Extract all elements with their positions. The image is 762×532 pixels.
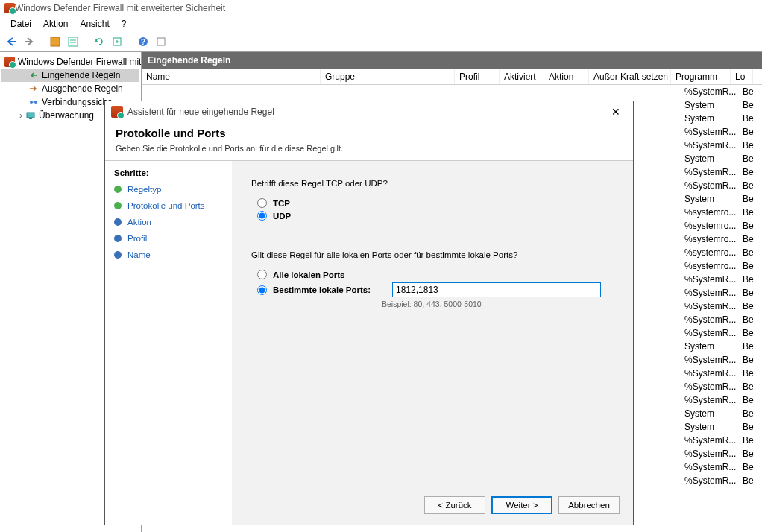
content-header: Eingehende Regeln	[142, 52, 762, 69]
table-row[interactable]: %SystemR...Be	[680, 313, 762, 326]
cell-programm: %SystemR...	[680, 355, 740, 365]
col-programm[interactable]: Programm	[671, 69, 731, 84]
cell-lo: Be	[740, 221, 762, 231]
svg-rect-14	[29, 118, 32, 119]
refresh-icon[interactable]	[91, 34, 107, 50]
table-row[interactable]: %SystemR...Be	[680, 300, 762, 313]
table-row[interactable]: %SystemR...Be	[680, 179, 762, 192]
cell-programm: System	[680, 153, 740, 164]
table-row[interactable]: %SystemR...Be	[680, 447, 762, 460]
table-row[interactable]: SystemBe	[680, 340, 762, 353]
menu-aktion[interactable]: Aktion	[37, 17, 74, 31]
table-row[interactable]: SystemBe	[680, 112, 762, 125]
label-allports: Alle lokalen Ports	[273, 270, 345, 279]
cell-programm: System	[680, 194, 740, 204]
col-name[interactable]: Name	[142, 69, 321, 84]
radio-udp[interactable]	[257, 211, 267, 221]
help-icon[interactable]: ?	[135, 34, 151, 50]
table-row[interactable]: %systemro...Be	[680, 246, 762, 259]
cell-lo: Be	[740, 435, 762, 446]
export-icon[interactable]	[109, 34, 125, 50]
cell-lo: Be	[740, 127, 762, 137]
tree-root[interactable]: Windows Defender Firewall mit	[1, 55, 139, 69]
radio-specports[interactable]	[257, 285, 267, 295]
table-row[interactable]: %systemro...Be	[680, 232, 762, 246]
close-button[interactable]: ✕	[605, 106, 627, 118]
connsec-icon	[28, 97, 39, 107]
col-profil[interactable]: Profil	[455, 69, 500, 84]
cell-programm: %SystemR...	[680, 314, 740, 325]
table-row[interactable]: %SystemR...Be	[680, 474, 762, 487]
step-regeltyp[interactable]: Regeltyp	[114, 185, 223, 194]
table-row[interactable]: %SystemR...Be	[680, 273, 762, 286]
back-button[interactable]	[3, 34, 19, 50]
table-row[interactable]: %SystemR...Be	[680, 393, 762, 407]
table-row[interactable]: %SystemR...Be	[680, 139, 762, 152]
tree-outbound[interactable]: Ausgehende Regeln	[1, 82, 139, 95]
table-row[interactable]: SystemBe	[680, 98, 762, 112]
table-row[interactable]: SystemBe	[680, 192, 762, 206]
col-ausser[interactable]: Außer Kraft setzen	[589, 69, 671, 84]
ports-input[interactable]	[392, 282, 601, 297]
cell-lo: Be	[740, 247, 762, 258]
svg-text:?: ?	[141, 38, 145, 46]
cell-lo: Be	[740, 140, 762, 151]
action-icon[interactable]	[47, 34, 63, 50]
col-lo[interactable]: Lo	[731, 69, 753, 84]
table-row[interactable]: %SystemR...Be	[680, 460, 762, 474]
tree-inbound[interactable]: Eingehende Regeln	[1, 69, 139, 82]
details-icon[interactable]	[65, 34, 81, 50]
table-row[interactable]: %SystemR...Be	[680, 85, 762, 98]
forward-button[interactable]	[21, 34, 37, 50]
table-row[interactable]: SystemBe	[680, 420, 762, 434]
svg-rect-2	[51, 37, 60, 46]
cell-programm: System	[680, 422, 740, 432]
radio-allports[interactable]	[257, 270, 267, 279]
menu-ansicht[interactable]: Ansicht	[74, 17, 115, 31]
cell-programm: System	[680, 100, 740, 110]
table-row[interactable]: %systemro...Be	[680, 206, 762, 219]
table-row[interactable]: %SystemR...Be	[680, 353, 762, 367]
col-gruppe[interactable]: Gruppe	[321, 69, 455, 84]
radio-tcp-row: TCP	[257, 198, 614, 208]
cell-programm: %SystemR...	[680, 368, 740, 379]
table-row[interactable]: %SystemR...Be	[680, 326, 762, 340]
back-button[interactable]: < Zurück	[424, 496, 485, 514]
step-profil[interactable]: Profil	[114, 234, 223, 243]
table-row[interactable]: %SystemR...Be	[680, 434, 762, 447]
cell-programm: %SystemR...	[680, 475, 740, 486]
step-name[interactable]: Name	[114, 250, 223, 259]
wizard-heading: Protokolle und Ports	[116, 127, 623, 139]
menu-help[interactable]: ?	[116, 17, 133, 31]
cell-programm: %SystemR...	[680, 381, 740, 392]
step-protokolle[interactable]: Protokolle und Ports	[114, 201, 223, 210]
cell-programm: %SystemR...	[680, 462, 740, 472]
menu-datei[interactable]: Datei	[4, 17, 37, 31]
cell-lo: Be	[740, 153, 762, 164]
svg-rect-13	[27, 113, 34, 118]
cell-lo: Be	[740, 288, 762, 298]
next-button[interactable]: Weiter >	[491, 496, 552, 514]
cell-lo: Be	[740, 449, 762, 459]
table-row[interactable]: %SystemR...Be	[680, 380, 762, 393]
table-row[interactable]: %SystemR...Be	[680, 367, 762, 380]
col-aktion[interactable]: Aktion	[544, 69, 589, 84]
outbound-icon	[28, 83, 39, 94]
step-aktion[interactable]: Aktion	[114, 218, 223, 227]
table-row[interactable]: SystemBe	[680, 152, 762, 165]
table-row[interactable]: %SystemR...Be	[680, 286, 762, 300]
expander-icon[interactable]: ›	[16, 110, 25, 121]
table-row[interactable]: %systemro...Be	[680, 219, 762, 232]
table-row[interactable]: SystemBe	[680, 407, 762, 420]
cell-lo: Be	[740, 422, 762, 432]
col-aktiviert[interactable]: Aktiviert	[500, 69, 544, 84]
table-row[interactable]: %systemro...Be	[680, 259, 762, 273]
radio-tcp[interactable]	[257, 198, 267, 208]
ports-example: Beispiel: 80, 443, 5000-5010	[382, 300, 614, 308]
table-row[interactable]: %SystemR...Be	[680, 125, 762, 139]
tree-outbound-label: Ausgehende Regeln	[42, 83, 123, 94]
cancel-button[interactable]: Abbrechen	[558, 496, 620, 514]
info-icon[interactable]	[153, 34, 169, 50]
table-row[interactable]: %SystemR...Be	[680, 165, 762, 179]
firewall-icon	[111, 106, 123, 118]
